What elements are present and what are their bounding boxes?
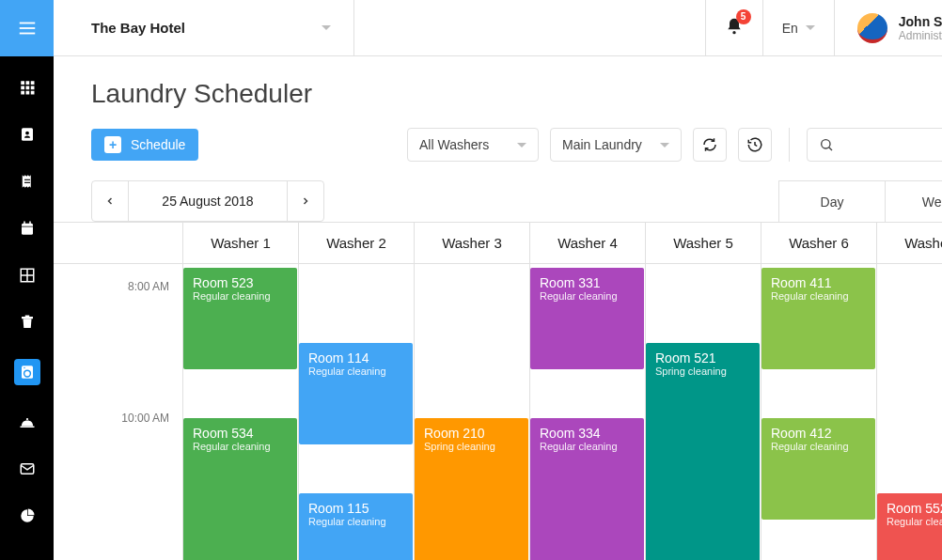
time-label: 10:00 AM	[121, 412, 169, 425]
view-tab-week[interactable]: Week	[886, 180, 942, 222]
svg-rect-3	[21, 81, 24, 85]
next-day-button[interactable]	[288, 181, 323, 221]
svg-rect-17	[24, 222, 25, 226]
chevron-right-icon	[300, 195, 311, 207]
sidebar-item-apps[interactable]	[17, 77, 38, 98]
washer-column-7: Washer 7 Room 552 Regular cleaning	[877, 223, 942, 560]
svg-rect-19	[22, 226, 33, 227]
svg-line-33	[829, 148, 832, 150]
sidebar-item-receipt[interactable]	[17, 171, 38, 192]
event[interactable]: Room 114 Regular cleaning	[299, 343, 413, 444]
svg-point-27	[24, 367, 25, 369]
menu-toggle[interactable]	[0, 0, 54, 56]
page-title: Laundry Scheduler	[54, 79, 942, 109]
grid-icon	[19, 79, 36, 96]
event[interactable]: Room 334 Regular cleaning	[530, 418, 644, 560]
topbar: The Bay Hotel 5 En John Smith Administra…	[54, 0, 942, 56]
refresh-button[interactable]	[693, 128, 727, 162]
svg-rect-15	[24, 182, 30, 183]
washer-filter[interactable]: All Washers	[407, 128, 539, 162]
mail-icon	[19, 460, 36, 477]
sidebar-item-trash[interactable]	[17, 312, 38, 333]
refresh-icon	[701, 136, 718, 153]
column-header: Washer 3	[415, 223, 529, 264]
event-room: Room 331	[540, 275, 635, 290]
sidebar-item-reports[interactable]	[17, 506, 38, 526]
location-filter[interactable]: Main Laundry	[550, 128, 682, 162]
column-header: Washer 7	[877, 223, 942, 264]
washer-column-4: Washer 4 Room 331 Regular cleaning Room …	[530, 223, 646, 560]
hotel-selector[interactable]: The Bay Hotel	[54, 0, 354, 55]
pie-icon	[19, 507, 36, 524]
location-filter-value: Main Laundry	[562, 137, 642, 152]
event[interactable]: Room 115 Regular cleaning	[299, 493, 413, 560]
language-selector[interactable]: En	[762, 0, 834, 55]
event-room: Room 523	[193, 275, 288, 290]
divider	[789, 128, 790, 162]
event[interactable]: Room 331 Regular cleaning	[530, 268, 644, 369]
svg-rect-28	[20, 427, 34, 428]
svg-rect-7	[25, 86, 29, 90]
event-type: Regular cleaning	[540, 290, 635, 302]
event[interactable]: Room 552 Regular cleaning	[877, 493, 942, 560]
event-room: Room 210	[424, 426, 519, 441]
column-header: Washer 2	[299, 223, 414, 264]
sidebar-item-contacts[interactable]	[17, 124, 38, 145]
avatar	[857, 13, 887, 43]
svg-rect-14	[24, 179, 30, 180]
event-type: Regular cleaning	[771, 441, 866, 452]
hotel-name: The Bay Hotel	[91, 20, 185, 36]
trash-icon	[19, 314, 36, 331]
notifications-button[interactable]: 5	[705, 0, 762, 55]
chevron-left-icon	[104, 195, 116, 207]
user-role: Administrator	[899, 29, 942, 42]
svg-point-13	[25, 132, 29, 135]
sidebar-item-calendar[interactable]	[17, 218, 38, 239]
svg-rect-11	[30, 91, 34, 95]
svg-rect-8	[30, 86, 34, 90]
event[interactable]: Room 210 Spring cleaning	[415, 418, 528, 560]
event-type: Regular cleaning	[308, 516, 403, 527]
event[interactable]: Room 534 Regular cleaning	[183, 418, 297, 560]
event[interactable]: Room 521 Spring cleaning	[646, 343, 760, 560]
svg-rect-4	[25, 81, 29, 85]
sidebar-item-service[interactable]	[17, 412, 38, 432]
event[interactable]: Room 523 Regular cleaning	[183, 268, 297, 369]
caret-down-icon	[660, 143, 669, 148]
event-type: Regular cleaning	[771, 290, 866, 302]
current-date[interactable]: 25 August 2018	[128, 181, 288, 221]
schedule-button[interactable]: + Schedule	[91, 129, 198, 161]
event-room: Room 521	[655, 350, 750, 366]
washer-column-5: Washer 5 Room 521 Spring cleaning	[646, 223, 761, 560]
event[interactable]: Room 412 Regular cleaning	[761, 418, 875, 520]
column-header: Washer 6	[761, 223, 876, 264]
event-type: Regular cleaning	[308, 366, 403, 377]
plus-icon: +	[104, 136, 121, 153]
washer-column-2: Washer 2 Room 114 Regular cleaning Room …	[299, 223, 415, 560]
svg-rect-16	[22, 224, 33, 235]
user-menu[interactable]: John Smith Administrator	[834, 0, 942, 55]
view-tab-day[interactable]: Day	[778, 180, 886, 222]
time-column: 8:00 AM 10:00 AM	[54, 223, 183, 560]
column-header: Washer 1	[183, 223, 298, 264]
notification-badge: 5	[736, 9, 751, 24]
contact-icon	[19, 126, 36, 143]
washer-column-1: Washer 1 Room 523 Regular cleaning Room …	[183, 223, 299, 560]
laundry-icon	[19, 364, 36, 381]
prev-day-button[interactable]	[92, 181, 128, 221]
event[interactable]: Room 411 Regular cleaning	[761, 268, 875, 369]
svg-rect-9	[21, 91, 24, 95]
history-button[interactable]	[738, 128, 772, 162]
svg-rect-6	[21, 86, 24, 90]
svg-point-29	[25, 418, 27, 420]
search-input[interactable]	[807, 128, 942, 162]
sidebar-item-laundry[interactable]	[14, 359, 40, 385]
column-header: Washer 5	[646, 223, 761, 264]
sidebar-item-rooms[interactable]	[17, 265, 38, 286]
event-type: Spring cleaning	[424, 441, 519, 452]
svg-rect-23	[22, 317, 33, 319]
layout-icon	[19, 267, 36, 284]
event-type: Spring cleaning	[655, 366, 750, 377]
event-room: Room 114	[308, 350, 403, 366]
sidebar-item-mail[interactable]	[17, 459, 38, 479]
